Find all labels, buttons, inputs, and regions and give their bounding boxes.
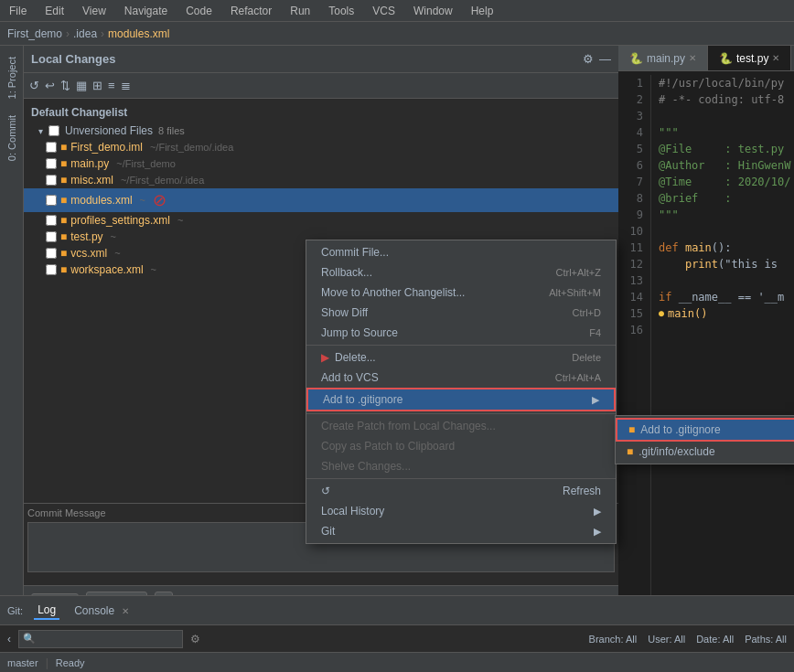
git-label: Git:	[7, 605, 23, 616]
git-tab-console-close[interactable]: ✕	[122, 606, 129, 616]
sidebar-tab-commit[interactable]: 0: Commit	[3, 108, 21, 168]
py-icon-main: 🐍	[629, 52, 643, 65]
panel-header: Local Changes ⚙ —	[24, 46, 618, 73]
user-filter[interactable]: User: All	[648, 634, 685, 645]
left-sidebar: 1: Project 0: Commit	[0, 46, 24, 617]
unversioned-header[interactable]: ▾ Unversioned Files 8 files	[24, 123, 618, 139]
menu-refactor[interactable]: Refactor	[227, 3, 275, 19]
nav-back-icon[interactable]: ‹	[7, 633, 11, 645]
sidebar-tab-project[interactable]: 1: Project	[3, 49, 21, 106]
breadcrumb-part-3[interactable]: modules.xml	[108, 27, 169, 40]
ctx-add-gitignore-label: Add to .gitignore	[323, 393, 402, 406]
filter-settings-icon[interactable]: ⚙	[190, 633, 200, 645]
file-name-0: First_demo.iml	[70, 141, 143, 154]
view-icon[interactable]: ⊞	[92, 79, 102, 92]
menu-navigate[interactable]: Navigate	[121, 3, 171, 19]
file-checkbox-3[interactable]	[46, 195, 57, 206]
code-line-4: """	[659, 124, 794, 141]
menu-tools[interactable]: Tools	[325, 3, 358, 19]
file-path-5: ~	[111, 231, 116, 242]
file-row-selected[interactable]: ■ modules.xml ~ ⊘	[24, 188, 618, 212]
ctx-move-changelist[interactable]: Move to Another Changelist... Alt+Shift+…	[306, 283, 616, 303]
breadcrumb-part-1[interactable]: First_demo	[7, 27, 62, 40]
group-icon[interactable]: ▦	[76, 79, 87, 92]
file-checkbox-1[interactable]	[46, 158, 57, 169]
file-checkbox-4[interactable]	[46, 215, 57, 226]
breadcrumb-part-2[interactable]: .idea	[73, 27, 97, 40]
move-icon[interactable]: ⇅	[60, 79, 70, 92]
sub-git-info-label: .git/info/exclude	[638, 445, 714, 458]
branch-filter[interactable]: Branch: All	[589, 634, 638, 645]
context-menu: Commit File... Rollback... Ctrl+Alt+Z Mo…	[306, 240, 617, 544]
file-path-6: ~	[114, 248, 120, 259]
file-row[interactable]: ■ main.py ~/First_demo	[24, 155, 618, 172]
code-line-2: # -*- coding: utf-8	[659, 91, 794, 108]
menu-run[interactable]: Run	[286, 3, 314, 19]
filter-icon[interactable]: ≡	[108, 79, 115, 92]
ctx-git[interactable]: Git ▶	[306, 521, 616, 541]
file-checkbox-2[interactable]	[46, 175, 57, 186]
menu-file[interactable]: File	[5, 3, 30, 19]
search-icon: 🔍	[23, 633, 36, 645]
code-line-10	[659, 223, 794, 240]
menu-view[interactable]: View	[79, 3, 110, 19]
ctx-commit-file-label: Commit File...	[321, 246, 389, 259]
undo-icon[interactable]: ↩	[45, 79, 55, 92]
sub-ctx-add-gitignore[interactable]: ■ Add to .gitignore	[616, 418, 794, 442]
file-row[interactable]: ■ profiles_settings.xml ~	[24, 212, 618, 229]
menu-window[interactable]: Window	[410, 3, 456, 19]
minimize-icon[interactable]: —	[599, 52, 611, 66]
sub-gitignore-label: Add to .gitignore	[640, 423, 720, 436]
code-line-9: """	[659, 207, 794, 223]
ctx-refresh[interactable]: ↺ Refresh	[306, 481, 616, 501]
delete-arrow-icon: ▶	[321, 351, 329, 364]
file-path-1: ~/First_demo	[116, 158, 176, 169]
ctx-add-gitignore[interactable]: Add to .gitignore ▶	[306, 388, 616, 411]
ctx-git-label: Git	[321, 525, 335, 538]
git-tab-console[interactable]: Console ✕	[70, 603, 132, 619]
menu-vcs[interactable]: VCS	[369, 3, 399, 19]
file-name-5: test.py	[70, 230, 102, 243]
ctx-commit-file[interactable]: Commit File...	[306, 242, 616, 262]
code-line-5: @File : test.py	[659, 141, 794, 157]
ctx-add-gitignore-arrow: ▶	[592, 394, 599, 406]
ctx-rollback[interactable]: Rollback... Ctrl+Alt+Z	[306, 262, 616, 283]
ctx-show-diff[interactable]: Show Diff Ctrl+D	[306, 303, 616, 323]
file-checkbox-0[interactable]	[46, 142, 57, 153]
file-name-2: misc.xml	[70, 174, 113, 187]
file-path-2: ~/First_demo/.idea	[121, 175, 204, 186]
editor-tabs: 🐍 main.py ✕ 🐍 test.py ✕	[618, 46, 794, 71]
ctx-local-history[interactable]: Local History ▶	[306, 501, 616, 521]
file-checkbox-7[interactable]	[46, 264, 57, 275]
tab-main-py[interactable]: 🐍 main.py ✕	[618, 46, 708, 70]
tab-test-py[interactable]: 🐍 test.py ✕	[708, 46, 791, 70]
ctx-delete[interactable]: ▶ Delete... Delete	[306, 347, 616, 368]
expand-icon[interactable]: ≣	[121, 79, 131, 92]
paths-filter[interactable]: Paths: All	[745, 634, 787, 645]
right-panel: 🐍 main.py ✕ 🐍 test.py ✕ 1 2 3 4 5 6 7 8 …	[618, 46, 794, 617]
file-checkbox-6[interactable]	[46, 248, 57, 259]
ctx-refresh-label: Refresh	[563, 485, 601, 497]
ctx-rollback-label: Rollback...	[321, 266, 372, 279]
menu-code[interactable]: Code	[182, 3, 216, 19]
file-checkbox-5[interactable]	[46, 231, 57, 242]
git-tab-log[interactable]: Log	[34, 602, 59, 620]
sub-ctx-git-info[interactable]: ■ .git/info/exclude	[616, 442, 794, 462]
ctx-delete-shortcut: Delete	[572, 352, 601, 363]
file-row[interactable]: ■ misc.xml ~/First_demo/.idea	[24, 172, 618, 188]
tab-close-test[interactable]: ✕	[772, 53, 779, 63]
code-line-6: @Author : HinGwenW	[659, 157, 794, 174]
refresh-icon[interactable]: ↺	[29, 79, 39, 92]
ctx-separator-3	[306, 478, 616, 479]
file-row[interactable]: ■ First_demo.iml ~/First_demo/.idea	[24, 139, 618, 155]
ctx-add-vcs[interactable]: Add to VCS Ctrl+Alt+A	[306, 368, 616, 388]
settings-icon[interactable]: ⚙	[583, 52, 594, 66]
tab-close-main[interactable]: ✕	[689, 53, 696, 63]
menu-edit[interactable]: Edit	[41, 3, 68, 19]
ctx-jump-source[interactable]: Jump to Source F4	[306, 323, 616, 343]
unversioned-checkbox[interactable]	[48, 125, 59, 136]
file-path-0: ~/First_demo/.idea	[150, 142, 233, 153]
menu-help[interactable]: Help	[467, 3, 498, 19]
date-filter[interactable]: Date: All	[696, 634, 734, 645]
file-icon-3: ■	[60, 194, 67, 207]
